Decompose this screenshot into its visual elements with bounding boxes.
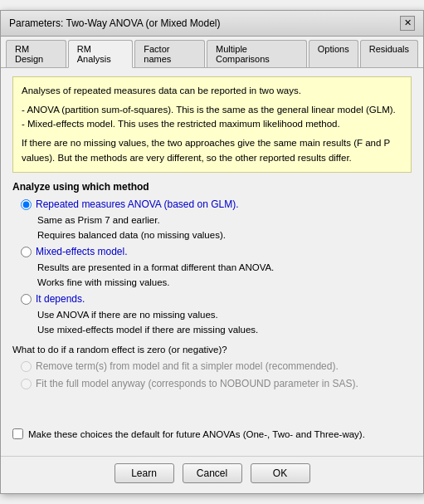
radio-remove-label: Remove term(s) from model and fit a simp… xyxy=(36,360,339,374)
tab-content: Analyses of repeated measures data can b… xyxy=(1,68,423,457)
tab-factor-names[interactable]: Factor names xyxy=(134,40,205,67)
depends-sub1: Use ANOVA if there are no missing values… xyxy=(37,308,412,321)
radio-option-depends: It depends. xyxy=(21,292,412,306)
learn-button[interactable]: Learn xyxy=(115,463,174,483)
depends-sub2: Use mixed-effects model if there are mis… xyxy=(37,323,412,336)
random-effect-question: What to do if a random effect is zero (o… xyxy=(12,345,412,355)
window-title: Parameters: Two-Way ANOVA (or Mixed Mode… xyxy=(9,17,221,29)
anova-sub1: Same as Prism 7 and earlier. xyxy=(37,213,412,227)
tab-options[interactable]: Options xyxy=(309,40,358,67)
info-box: Analyses of repeated measures data can b… xyxy=(12,76,412,173)
anova-sub2: Requires balanced data (no missing value… xyxy=(37,228,412,242)
default-checkbox[interactable] xyxy=(12,428,23,439)
radio-full-model-label: Fit the full model anyway (corresponds t… xyxy=(36,377,358,391)
radio-group-mixed: Mixed-effects model. Results are present… xyxy=(21,245,412,289)
tab-rm-design[interactable]: RM Design xyxy=(6,40,66,67)
radio-depends-label: It depends. xyxy=(36,292,85,306)
ok-button[interactable]: OK xyxy=(251,463,310,483)
default-checkbox-label: Make these choices the default for futur… xyxy=(28,429,365,439)
close-button[interactable]: ✕ xyxy=(400,16,415,31)
analyze-section-title: Analyze using which method xyxy=(12,181,412,193)
radio-group-depends: It depends. Use ANOVA if there are no mi… xyxy=(21,292,412,336)
radio-remove xyxy=(21,361,32,372)
radio-anova-label: Repeated measures ANOVA (based on GLM). xyxy=(36,198,239,212)
radio-full-model xyxy=(21,379,32,389)
radio-option-mixed: Mixed-effects model. xyxy=(21,245,412,259)
tab-residuals[interactable]: Residuals xyxy=(360,40,418,67)
radio-option-anova: Repeated measures ANOVA (based on GLM). xyxy=(21,198,412,212)
button-bar: Learn Cancel OK xyxy=(1,456,423,493)
radio-mixed[interactable] xyxy=(21,247,32,257)
radio-mixed-label: Mixed-effects model. xyxy=(36,245,128,259)
radio-depends[interactable] xyxy=(21,294,32,305)
tabs-bar: RM Design RM Analysis Factor names Multi… xyxy=(1,37,423,68)
title-bar: Parameters: Two-Way ANOVA (or Mixed Mode… xyxy=(1,11,423,37)
main-window: Parameters: Two-Way ANOVA (or Mixed Mode… xyxy=(0,10,424,495)
radio-option-full-model: Fit the full model anyway (corresponds t… xyxy=(21,377,412,391)
info-line3: - Mixed-effects model. This uses the res… xyxy=(22,117,402,131)
mixed-sub2: Works fine with missing values. xyxy=(37,276,412,289)
default-checkbox-row: Make these choices the default for futur… xyxy=(12,428,412,439)
info-line4: If there are no missing values, the two … xyxy=(22,136,402,165)
cancel-button[interactable]: Cancel xyxy=(183,463,242,483)
info-line1: Analyses of repeated measures data can b… xyxy=(22,84,402,98)
tab-rm-analysis[interactable]: RM Analysis xyxy=(68,40,134,68)
mixed-sub1: Results are presented in a format differ… xyxy=(37,261,412,274)
radio-anova[interactable] xyxy=(21,199,32,210)
tab-multiple-comparisons[interactable]: Multiple Comparisons xyxy=(207,40,307,67)
radio-group-anova: Repeated measures ANOVA (based on GLM). … xyxy=(21,198,412,242)
info-line2: - ANOVA (partition sum-of-squares). This… xyxy=(22,103,402,117)
radio-option-remove: Remove term(s) from model and fit a simp… xyxy=(21,360,412,374)
